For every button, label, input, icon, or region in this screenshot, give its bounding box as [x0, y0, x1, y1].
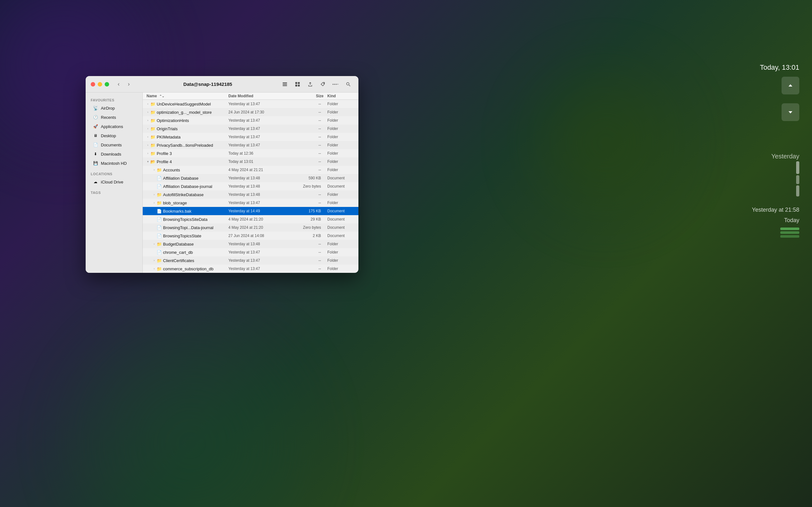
file-size: 175 KB — [292, 209, 323, 213]
col-kind-header[interactable]: Kind — [323, 94, 358, 98]
table-row[interactable]: › 📁 Accounts 4 May 2024 at 21:21 -- Fold… — [143, 166, 358, 174]
documents-icon: 📄 — [93, 142, 98, 148]
table-row[interactable]: 📄 Affiliation Database Yesterday at 13:4… — [143, 174, 358, 182]
table-row[interactable]: › 📁 OriginTrials Yesterday at 13:47 -- F… — [143, 124, 358, 133]
expand-icon[interactable]: › — [145, 126, 150, 131]
expand-icon[interactable]: › — [145, 143, 150, 148]
expand-icon[interactable]: › — [145, 134, 150, 139]
collapse-icon[interactable]: ▾ — [145, 159, 150, 164]
table-row[interactable]: 📄 Affiliation Database-journal Yesterday… — [143, 182, 358, 190]
file-date: Yesterday at 13:48 — [229, 242, 292, 246]
table-row[interactable]: › 📁 PrivacySandb...tionsPreloaded Yester… — [143, 141, 358, 149]
file-size: -- — [292, 242, 323, 246]
file-date: Yesterday at 13:47 — [229, 126, 292, 131]
file-type-icon: 📁 — [150, 151, 155, 156]
table-row[interactable]: › 📁 optimization_g..._model_store 24 Jun… — [143, 108, 358, 116]
table-row[interactable]: › 📁 Profile 3 Today at 12:36 -- Folder — [143, 149, 358, 158]
timeline-panel: Today, 13:01 Yesterday Yesterday at 21:5… — [679, 0, 812, 507]
table-row[interactable]: › 📁 OptimizationHints Yesterday at 13:47… — [143, 116, 358, 124]
share-button[interactable] — [305, 80, 315, 89]
file-name: blob_storage — [163, 201, 187, 205]
search-button[interactable] — [343, 80, 353, 89]
col-size-header[interactable]: Size — [292, 94, 323, 98]
file-name-cell: 📄 BrowsingTopicsState — [143, 233, 229, 238]
file-date: 27 Jun 2024 at 14:08 — [229, 233, 292, 238]
minimize-button[interactable] — [98, 82, 102, 87]
forward-button[interactable]: › — [124, 80, 133, 89]
col-date-header[interactable]: Date Modified — [229, 94, 292, 98]
timeline-yesterday-section: Yesterday — [771, 153, 799, 198]
file-name: Profile 3 — [157, 151, 172, 156]
sidebar-item-downloads[interactable]: ⬇ Downloads — [88, 150, 141, 158]
timeline-up-button[interactable] — [781, 77, 799, 95]
table-row[interactable]: › 📁 AutofillStrikeDatabase Yesterday at … — [143, 190, 358, 199]
table-row[interactable]: 📄 Bookmarks.bak Yesterday at 14:49 175 K… — [143, 207, 358, 215]
sidebar-item-macintosh-hd[interactable]: 💾 Macintosh HD — [88, 159, 141, 168]
table-row[interactable]: › 📁 blob_storage Yesterday at 13:47 -- F… — [143, 199, 358, 207]
file-type-icon: 📁 — [157, 201, 162, 205]
sidebar-favourites-header: Favourites — [86, 96, 142, 103]
file-kind: Folder — [323, 126, 358, 131]
file-size: 590 KB — [292, 176, 323, 180]
file-name: Profile 4 — [157, 159, 172, 164]
expand-icon[interactable]: › — [145, 101, 150, 107]
tag-button[interactable] — [318, 80, 328, 89]
file-name: commerce_subscription_db — [163, 267, 213, 271]
expand-icon[interactable]: › — [152, 266, 157, 271]
file-name-cell: › 📁 ClientCertificates — [143, 258, 229, 263]
file-name-cell: 📄 Affiliation Database-journal — [143, 184, 229, 189]
col-name-header[interactable]: Name ⌃⌄ — [143, 94, 229, 98]
table-row[interactable]: 📄 BrowsingTopicsState 27 Jun 2024 at 14:… — [143, 232, 358, 240]
file-kind: Folder — [323, 118, 358, 123]
sidebar-item-icloud[interactable]: ☁ iCloud Drive — [88, 177, 141, 186]
table-row[interactable]: 📄 BrowsingTopi...Data-journal 4 May 2024… — [143, 223, 358, 232]
expand-icon[interactable]: › — [152, 241, 157, 246]
file-name-cell: ▾ 📂 Profile 4 — [143, 159, 229, 164]
sidebar-item-airdrop[interactable]: 📡 AirDrop — [88, 104, 141, 112]
sidebar-item-documents[interactable]: 📄 Documents — [88, 140, 141, 149]
sidebar-item-applications[interactable]: 🚀 Applications — [88, 122, 141, 131]
timeline-down-button[interactable] — [781, 103, 799, 121]
svg-rect-6 — [298, 84, 300, 87]
sidebar-item-desktop[interactable]: 🖥 Desktop — [88, 131, 141, 140]
close-button[interactable] — [91, 82, 95, 87]
file-kind: Folder — [323, 267, 358, 271]
expand-icon[interactable]: › — [145, 151, 150, 156]
expand-icon[interactable]: › — [145, 110, 150, 115]
file-type-icon: 📄 — [157, 217, 162, 222]
table-row[interactable]: › 📁 PKIMetadata Yesterday at 13:47 -- Fo… — [143, 133, 358, 141]
traffic-lights — [91, 82, 109, 87]
back-button[interactable]: ‹ — [114, 80, 123, 89]
finder-dialog: ‹ › Data@snap-11942185 — [86, 76, 358, 273]
file-kind: Folder — [323, 250, 358, 255]
sidebar-item-recents[interactable]: 🕐 Recents — [88, 113, 141, 122]
file-kind: Folder — [323, 168, 358, 172]
view-list-button[interactable] — [280, 80, 290, 89]
table-row[interactable]: 📄 BrowsingTopicsSiteData 4 May 2024 at 2… — [143, 215, 358, 223]
table-row[interactable]: ▾ 📂 Profile 4 Today at 13:01 -- Folder — [143, 158, 358, 166]
file-date: 4 May 2024 at 21:20 — [229, 217, 292, 222]
table-row[interactable]: › 📁 UnDeviceHeadSuggestModel Yesterday a… — [143, 100, 358, 108]
table-row[interactable]: › 📁 BudgetDatabase Yesterday at 13:48 --… — [143, 240, 358, 248]
expand-icon[interactable]: › — [152, 167, 157, 172]
file-name: ClientCertificates — [163, 258, 194, 263]
svg-rect-2 — [283, 85, 287, 86]
file-size: -- — [292, 102, 323, 106]
svg-rect-0 — [283, 82, 287, 83]
more-button[interactable] — [331, 80, 341, 89]
timeline-yesterday-label: Yesterday — [771, 153, 799, 160]
expand-icon[interactable]: › — [152, 258, 157, 263]
file-name-cell: › 📁 Accounts — [143, 167, 229, 172]
file-name: chrome_cart_db — [163, 250, 193, 255]
table-row[interactable]: › 📁 commerce_subscription_db Yesterday a… — [143, 265, 358, 273]
expand-icon[interactable]: › — [152, 200, 157, 205]
file-size: -- — [292, 168, 323, 172]
file-name-cell: › 📁 OptimizationHints — [143, 118, 229, 123]
expand-icon[interactable]: › — [152, 192, 157, 197]
table-row[interactable]: › 📁 ClientCertificates Yesterday at 13:4… — [143, 257, 358, 265]
expand-icon[interactable]: › — [145, 118, 150, 123]
airdrop-icon: 📡 — [93, 105, 98, 111]
view-grid-button[interactable] — [293, 80, 303, 89]
maximize-button[interactable] — [105, 82, 109, 87]
table-row[interactable]: 📄 chrome_cart_db Yesterday at 13:47 -- F… — [143, 248, 358, 257]
